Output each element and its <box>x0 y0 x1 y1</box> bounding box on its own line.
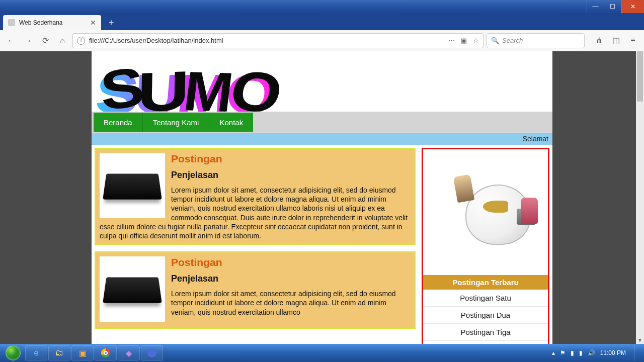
sidebar: Postingan Terbaru Postingan Satu Posting… <box>422 148 549 344</box>
nav-kontak[interactable]: Kontak <box>209 113 253 132</box>
more-actions-icon[interactable]: ⋯ <box>448 37 455 44</box>
browser-toolbar: ← → ⟳ ⌂ i file:///C:/Users/user/Desktop/… <box>0 30 644 51</box>
taskbar-app-chrome[interactable] <box>95 345 117 360</box>
search-box[interactable]: 🔍 Search <box>487 33 585 48</box>
back-button[interactable]: ← <box>4 34 18 48</box>
new-tab-button[interactable]: ＋ <box>104 15 119 29</box>
browser-tab[interactable]: Web Sederhana ✕ <box>3 15 101 30</box>
search-icon: 🔍 <box>491 37 499 44</box>
tray-clock[interactable]: 11:00 PM <box>600 349 626 356</box>
sidebar-heading: Postingan Terbaru <box>423 275 548 290</box>
site-info-icon[interactable]: i <box>77 37 85 45</box>
sidebar-list: Postingan Satu Postingan Dua Postingan T… <box>423 290 548 344</box>
posts-column: Postingan Penjelasan Lorem ipsum dolor s… <box>95 148 416 344</box>
marquee-bar: Selamat <box>92 133 552 145</box>
menu-icon[interactable]: ≡ <box>626 34 640 48</box>
tray-volume-icon[interactable]: 🔊 <box>588 349 595 356</box>
search-placeholder: Search <box>502 37 523 44</box>
show-desktop-button[interactable] <box>634 345 639 361</box>
url-text: file:///C:/Users/user/Desktop/latihan/in… <box>89 37 223 44</box>
reader-mode-icon[interactable]: ▣ <box>461 37 467 44</box>
bookmark-star-icon[interactable]: ☆ <box>473 37 479 44</box>
sidebar-item[interactable]: Postingan Empat <box>423 341 548 344</box>
taskbar-app-sublime[interactable]: ◆ <box>118 345 140 360</box>
post-card: Postingan Penjelasan Lorem ipsum dolor s… <box>95 251 416 329</box>
tray-show-hidden-icon[interactable]: ▴ <box>552 349 555 356</box>
sidebar-image <box>423 149 548 275</box>
scroll-thumb[interactable] <box>637 51 643 102</box>
taskbar-app-firefox[interactable] <box>141 345 163 360</box>
tab-favicon <box>8 19 15 26</box>
page-body: SUMO SUMO Beranda Tentang Kami Kontak Se… <box>92 51 552 344</box>
sidebar-item[interactable]: Postingan Tiga <box>423 324 548 341</box>
window-close-button[interactable]: ✕ <box>621 0 644 13</box>
system-tray: ▴ ⚑ ▮ ▮ 🔊 11:00 PM <box>552 345 642 361</box>
library-icon[interactable]: ⋔ <box>592 34 606 48</box>
nav-tentang-kami[interactable]: Tentang Kami <box>142 113 209 132</box>
marquee-text: Selamat <box>523 135 548 143</box>
banner-logo-text: SUMO <box>98 59 280 112</box>
windows-taskbar: e 🗂 ▣ ◆ ▴ ⚑ ▮ ▮ 🔊 11:00 PM <box>0 344 644 362</box>
post-card: Postingan Penjelasan Lorem ipsum dolor s… <box>95 148 416 245</box>
vertical-scrollbar[interactable]: ▲ ▼ <box>636 51 644 344</box>
tray-flag-icon[interactable]: ⚑ <box>560 349 566 356</box>
browser-tabstrip: Web Sederhana ✕ ＋ <box>0 13 644 30</box>
tab-close-button[interactable]: ✕ <box>90 19 96 27</box>
tray-network-icon[interactable]: ▮ <box>579 349 583 356</box>
window-titlebar: — ☐ ✕ <box>0 0 644 13</box>
content-viewport: SUMO SUMO Beranda Tentang Kami Kontak Se… <box>0 51 644 344</box>
tab-title: Web Sederhana <box>19 19 63 26</box>
home-button[interactable]: ⌂ <box>55 34 69 48</box>
sidebar-icon[interactable]: ◫ <box>609 34 623 48</box>
forward-button[interactable]: → <box>21 34 35 48</box>
sidebar-item[interactable]: Postingan Satu <box>423 290 548 307</box>
start-button[interactable] <box>2 345 24 361</box>
window-minimize-button[interactable]: — <box>587 0 604 13</box>
taskbar-app-ie[interactable]: e <box>25 345 47 360</box>
site-banner: SUMO SUMO <box>92 51 552 112</box>
post-thumbnail <box>100 256 165 322</box>
reload-button[interactable]: ⟳ <box>38 34 52 48</box>
taskbar-app-explorer[interactable]: 🗂 <box>48 345 70 360</box>
window-maximize-button[interactable]: ☐ <box>604 0 621 13</box>
main-nav: Beranda Tentang Kami Kontak <box>92 112 552 133</box>
nav-beranda[interactable]: Beranda <box>94 113 142 132</box>
address-bar[interactable]: i file:///C:/Users/user/Desktop/latihan/… <box>72 33 484 48</box>
post-thumbnail <box>100 153 165 218</box>
sidebar-item[interactable]: Postingan Dua <box>423 307 548 324</box>
scroll-down-arrow[interactable]: ▼ <box>636 336 644 344</box>
tray-battery-icon[interactable]: ▮ <box>571 349 574 356</box>
taskbar-app-media-player[interactable]: ▣ <box>71 345 94 360</box>
